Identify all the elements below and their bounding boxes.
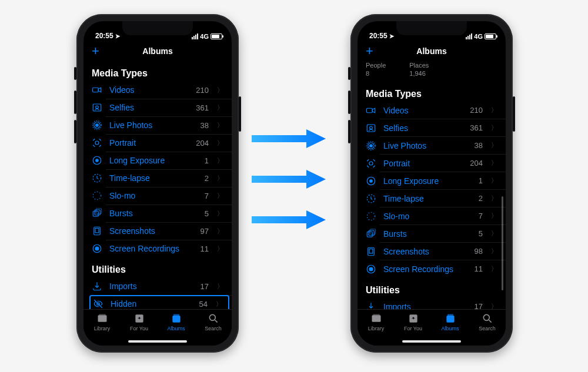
tab-library[interactable]: Library [358, 313, 395, 336]
chevron-right-icon: 〉 [217, 282, 223, 291]
media-types-list: Videos210〉Selfies361〉Live Photos38〉Portr… [366, 102, 506, 278]
tab-foryou[interactable]: For You [395, 313, 432, 336]
row-count: 54 [199, 300, 208, 309]
foryou-icon [133, 313, 145, 324]
list-row-slomo[interactable]: Slo-mo7〉 [366, 207, 506, 225]
list-row-longexp[interactable]: Long Exposure1〉 [366, 172, 506, 190]
row-count: 1 [479, 176, 483, 185]
phone-right: 20:55 ➤ 4G + Albums People 8 [350, 14, 513, 353]
utilities-list: Imports17〉Hidden54〉Recently Deleted5〉 [92, 277, 232, 309]
tab-library[interactable]: Library [83, 313, 121, 336]
nav-title: Albums [416, 46, 446, 56]
svg-rect-26 [367, 108, 373, 113]
svg-rect-23 [173, 314, 179, 316]
row-label: Bursts [109, 209, 198, 218]
record-icon [92, 243, 102, 254]
list-row-slomo[interactable]: Slo-mo7〉 [92, 187, 232, 205]
chevron-right-icon: 〉 [217, 103, 223, 112]
list-row-video[interactable]: Videos210〉 [92, 81, 232, 99]
chevron-right-icon: 〉 [491, 302, 497, 309]
add-button[interactable]: + [366, 45, 373, 58]
phone-left: 20:55 ➤ 4G + Albums Media Types Videos21… [76, 14, 239, 353]
chevron-right-icon: 〉 [491, 247, 497, 256]
tab-albums[interactable]: Albums [432, 313, 469, 336]
timelapse-icon [92, 173, 102, 183]
list-row-hidden[interactable]: Hidden54〉 [89, 295, 229, 309]
section-utilities: Utilities [366, 278, 506, 298]
row-label: Live Photos [109, 120, 193, 130]
list-row-portrait[interactable]: Portrait204〉 [92, 134, 232, 152]
albums-icon [445, 313, 456, 324]
list-row-imports[interactable]: Imports17〉 [92, 277, 232, 295]
list-row-timelapse[interactable]: Time-lapse2〉 [366, 190, 506, 207]
list-row-live[interactable]: Live Photos38〉 [92, 116, 232, 134]
list-row-screenshot[interactable]: Screenshots97〉 [92, 222, 232, 240]
svg-rect-48 [447, 314, 453, 316]
svg-rect-20 [99, 314, 106, 316]
nav-title: Albums [142, 46, 172, 56]
bursts-icon [92, 208, 102, 219]
content-right[interactable]: People 8 Places 1,946 Media Types Videos… [358, 61, 506, 309]
list-row-imports[interactable]: Imports17〉 [366, 298, 506, 309]
list-row-selfie[interactable]: Selfies361〉 [366, 119, 506, 137]
scroll-indicator[interactable] [502, 196, 503, 290]
row-label: Slo-mo [383, 212, 472, 221]
list-row-record[interactable]: Screen Recordings11〉 [92, 240, 232, 257]
power-button [239, 96, 241, 132]
home-indicator[interactable] [128, 340, 187, 343]
volume-down [348, 120, 350, 143]
list-row-live[interactable]: Live Photos38〉 [366, 137, 506, 155]
list-row-video[interactable]: Videos210〉 [366, 102, 506, 119]
selfie-icon [92, 102, 102, 113]
list-row-timelapse[interactable]: Time-lapse2〉 [92, 169, 232, 187]
row-count: 38 [201, 121, 209, 130]
svg-point-17 [95, 247, 99, 250]
list-row-selfie[interactable]: Selfies361〉 [92, 99, 232, 116]
row-label: Bursts [383, 229, 472, 239]
list-row-portrait[interactable]: Portrait204〉 [366, 155, 506, 172]
tab-label: Albums [167, 326, 185, 331]
chevron-right-icon: 〉 [491, 123, 497, 132]
row-label: Portrait [383, 159, 463, 168]
row-label: Portrait [109, 138, 189, 148]
list-row-record[interactable]: Screen Recordings11〉 [366, 260, 506, 278]
row-count: 2 [205, 174, 209, 183]
bursts-icon [366, 229, 376, 239]
network-label: 4G [474, 33, 483, 40]
list-row-bursts[interactable]: Bursts5〉 [92, 205, 232, 222]
slomo-icon [366, 211, 376, 222]
foryou-icon [407, 313, 419, 324]
utilities-list: Imports17〉Recently Deleted5〉 [366, 298, 506, 309]
add-button[interactable]: + [92, 45, 99, 58]
row-count: 210 [470, 106, 483, 115]
list-row-longexp[interactable]: Long Exposure1〉 [92, 152, 232, 169]
mute-switch [74, 67, 76, 80]
portrait-icon [92, 138, 102, 148]
list-row-screenshot[interactable]: Screenshots98〉 [366, 243, 506, 260]
tab-foryou[interactable]: For You [121, 313, 158, 336]
tab-search[interactable]: Search [195, 313, 232, 336]
chevron-right-icon: 〉 [491, 229, 497, 238]
home-indicator[interactable] [402, 340, 461, 343]
tab-albums[interactable]: Albums [158, 313, 195, 336]
hidden-icon [93, 299, 103, 309]
row-label: Long Exposure [383, 176, 472, 186]
row-count: 17 [201, 282, 209, 291]
row-label: Videos [109, 85, 189, 95]
svg-rect-0 [93, 88, 99, 92]
svg-rect-12 [95, 210, 100, 215]
svg-point-7 [96, 159, 99, 162]
live-icon [366, 140, 376, 151]
list-row-bursts[interactable]: Bursts5〉 [366, 225, 506, 243]
places-label: Places [409, 61, 429, 69]
row-label: Screenshots [383, 247, 467, 256]
chevron-right-icon: 〉 [216, 300, 222, 309]
row-count: 210 [196, 86, 209, 95]
row-label: Imports [109, 281, 193, 291]
chevron-right-icon: 〉 [217, 227, 223, 236]
albums-icon [171, 313, 182, 324]
chevron-right-icon: 〉 [217, 156, 223, 165]
content-left[interactable]: Media Types Videos210〉Selfies361〉Live Ph… [83, 61, 232, 309]
tab-search[interactable]: Search [469, 313, 506, 336]
row-count: 98 [475, 247, 483, 256]
